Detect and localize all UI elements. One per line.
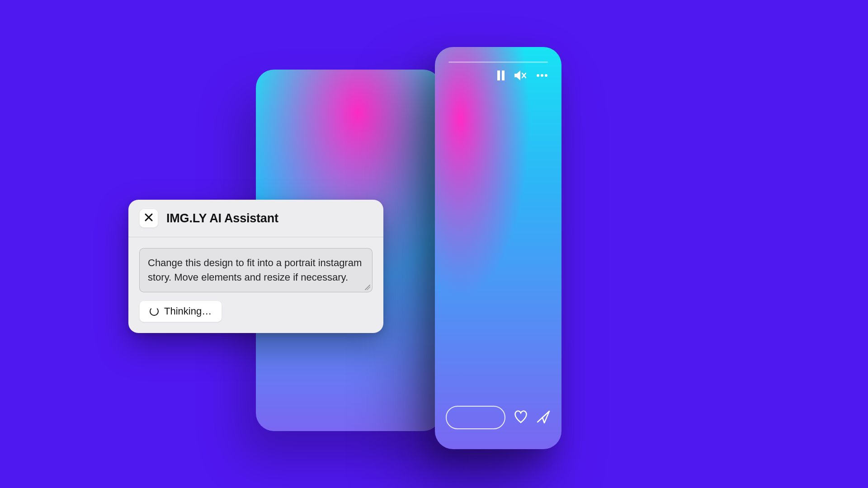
ai-assistant-panel: IMG.LY AI Assistant Change this design t… bbox=[128, 200, 383, 333]
close-icon bbox=[145, 213, 153, 223]
story-preview-card bbox=[435, 47, 561, 449]
story-top-controls bbox=[496, 70, 548, 80]
assistant-status-text: Thinking… bbox=[164, 305, 212, 317]
assistant-prompt-input[interactable]: Change this design to fit into a portrai… bbox=[139, 248, 373, 292]
svg-rect-1 bbox=[502, 70, 505, 80]
more-icon[interactable] bbox=[536, 74, 548, 77]
close-button[interactable] bbox=[139, 209, 158, 228]
heart-icon[interactable] bbox=[514, 410, 528, 425]
story-reply-input[interactable] bbox=[446, 406, 505, 429]
svg-rect-0 bbox=[497, 70, 500, 80]
volume-mute-icon[interactable] bbox=[514, 70, 527, 80]
story-bottom-bar bbox=[446, 406, 551, 429]
assistant-header: IMG.LY AI Assistant bbox=[128, 200, 383, 237]
story-progress-bar[interactable] bbox=[448, 61, 548, 63]
assistant-status-chip: Thinking… bbox=[139, 300, 222, 322]
svg-point-2 bbox=[537, 74, 539, 77]
svg-point-4 bbox=[545, 74, 547, 77]
svg-point-3 bbox=[541, 74, 543, 77]
pause-icon[interactable] bbox=[496, 70, 505, 80]
assistant-body: Change this design to fit into a portrai… bbox=[128, 237, 383, 333]
assistant-title: IMG.LY AI Assistant bbox=[166, 211, 278, 225]
spinner-icon bbox=[150, 307, 159, 316]
send-icon[interactable] bbox=[536, 410, 551, 425]
